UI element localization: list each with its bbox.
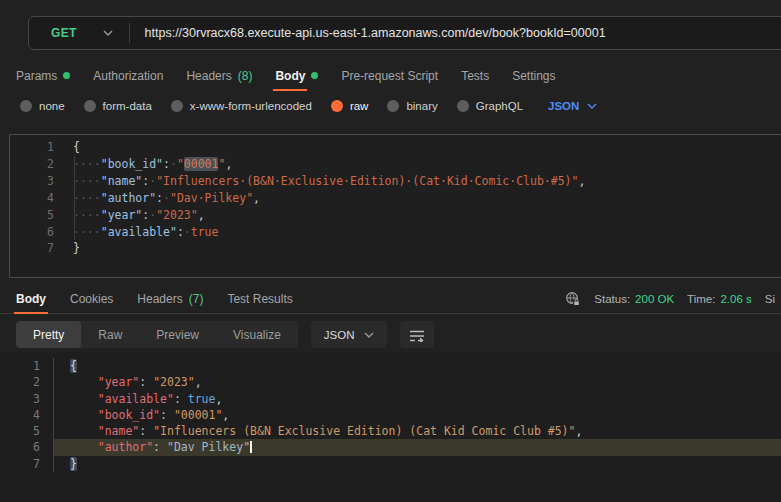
view-preview-button[interactable]: Preview	[139, 321, 216, 348]
code-line-content: "author": "Dav Pilkey"	[66, 439, 781, 455]
response-tabs: Body Cookies Headers (7) Test Results	[16, 292, 293, 306]
request-url-bar: GET https://30rvracx68.execute-api.us-ea…	[28, 16, 781, 50]
gutter-separator	[53, 407, 66, 423]
response-view-toolbar: Pretty Raw Preview Visualize JSON	[16, 321, 434, 348]
tab-headers[interactable]: Headers (8)	[186, 69, 252, 83]
line-number: 2	[0, 374, 40, 390]
raw-language-label: JSON	[548, 100, 579, 112]
code-line-content: "book_id": "00001",	[66, 407, 781, 423]
code-line: 4····"author":·"Dav·Pilkey",	[10, 190, 781, 207]
code-line-content: }	[66, 456, 781, 472]
response-tab-headers[interactable]: Headers (7)	[137, 292, 203, 306]
tab-settings-label: Settings	[512, 69, 555, 83]
gutter-separator	[53, 456, 66, 472]
request-tabs: Params Authorization Headers (8) Body Pr…	[16, 61, 556, 90]
code-line-content: ····"name":·"Influencers·(B&N·Exclusive·…	[54, 173, 781, 190]
line-number: 7	[10, 240, 54, 257]
tab-tests[interactable]: Tests	[461, 69, 489, 83]
line-number: 3	[0, 391, 40, 407]
response-tab-test-results[interactable]: Test Results	[227, 292, 292, 306]
code-line: 1{	[0, 358, 781, 374]
tab-settings[interactable]: Settings	[512, 69, 555, 83]
response-tab-cookies-label: Cookies	[70, 292, 113, 306]
line-number: 6	[10, 224, 54, 241]
code-line: 6 "author": "Dav Pilkey"	[0, 439, 781, 455]
request-body-editor[interactable]: 1{2····"book_id":·"00001",3····"name":·"…	[9, 134, 781, 278]
response-view-switcher: Pretty Raw Preview Visualize	[16, 321, 298, 348]
radio-selected-icon	[331, 100, 343, 112]
code-line-content: {	[66, 358, 781, 374]
radio-icon	[171, 100, 183, 112]
response-tab-body[interactable]: Body	[16, 292, 46, 306]
status-value: 200 OK	[635, 293, 674, 305]
gutter-separator	[53, 391, 66, 407]
code-line: 3 "available": true,	[0, 391, 781, 407]
tab-authorization[interactable]: Authorization	[93, 69, 163, 83]
tab-body-label: Body	[275, 69, 305, 83]
code-line: 4 "book_id": "00001",	[0, 407, 781, 423]
code-line-content: ····"book_id":·"00001",	[54, 156, 781, 173]
code-line: 5····"year":·"2023",	[10, 207, 781, 224]
radio-icon	[20, 100, 32, 112]
tab-body[interactable]: Body	[275, 69, 318, 83]
response-section-header: Body Cookies Headers (7) Test Results St…	[0, 284, 781, 314]
headers-count: (8)	[238, 69, 253, 83]
status-item: Status: 200 OK	[594, 293, 674, 305]
mode-label-none: none	[39, 100, 65, 112]
view-visualize-button[interactable]: Visualize	[216, 321, 298, 348]
globe-lock-icon[interactable]	[565, 291, 581, 307]
mode-label-binary: binary	[406, 100, 437, 112]
line-number: 3	[10, 173, 54, 190]
code-line-content: "name": "Influencers (B&N Exclusive Edit…	[66, 423, 781, 439]
chevron-down-icon	[103, 30, 113, 36]
app-root: { "colors": { "accent_orange": "#FF6C37"…	[0, 0, 781, 502]
line-number: 1	[10, 139, 54, 156]
chevron-down-icon	[364, 332, 374, 338]
code-line: 3····"name":·"Influencers·(B&N·Exclusive…	[10, 173, 781, 190]
code-line: 1{	[10, 139, 781, 156]
radio-icon	[387, 100, 399, 112]
tab-pre-request-script[interactable]: Pre-request Script	[341, 69, 438, 83]
line-number: 5	[0, 423, 40, 439]
response-body-viewer[interactable]: 1{2 "year": "2023",3 "available": true,4…	[0, 352, 781, 502]
raw-language-dropdown[interactable]: JSON	[548, 100, 597, 112]
tab-pre-request-script-label: Pre-request Script	[341, 69, 438, 83]
mode-radio-none[interactable]: none	[20, 100, 65, 112]
code-line-content: {	[54, 139, 781, 156]
view-raw-button[interactable]: Raw	[81, 321, 139, 348]
response-tab-body-label: Body	[16, 292, 46, 306]
mode-radio-raw[interactable]: raw	[331, 100, 369, 112]
tab-params[interactable]: Params	[16, 69, 70, 83]
code-line-content: "available": true,	[66, 391, 781, 407]
tab-headers-label: Headers	[186, 69, 231, 83]
url-input[interactable]: https://30rvracx68.execute-api.us-east-1…	[145, 26, 606, 40]
mode-radio-binary[interactable]: binary	[387, 100, 437, 112]
wrap-text-icon	[409, 328, 425, 342]
gutter-separator	[53, 374, 66, 390]
line-number: 7	[0, 456, 40, 472]
time-label: Time:	[687, 293, 715, 305]
body-green-dot	[311, 72, 318, 79]
view-pretty-button[interactable]: Pretty	[16, 321, 81, 348]
response-language-dropdown[interactable]: JSON	[311, 321, 387, 348]
gutter-separator	[53, 358, 66, 374]
code-line-content: ····"year":·"2023",	[54, 207, 781, 224]
chevron-down-icon	[587, 103, 597, 109]
params-green-dot	[63, 72, 70, 79]
mode-radio-form-data[interactable]: form-data	[84, 100, 152, 112]
tab-authorization-label: Authorization	[93, 69, 163, 83]
response-tab-headers-label: Headers	[137, 292, 182, 306]
divider	[129, 23, 130, 43]
mode-radio-x-www-form-urlencoded[interactable]: x-www-form-urlencoded	[171, 100, 312, 112]
tab-params-label: Params	[16, 69, 57, 83]
gutter-separator	[53, 423, 66, 439]
line-number: 5	[10, 207, 54, 224]
size-label-truncated: Si	[765, 293, 775, 305]
mode-label-form-data: form-data	[103, 100, 152, 112]
wrap-text-button[interactable]	[400, 321, 434, 348]
mode-radio-graphql[interactable]: GraphQL	[457, 100, 523, 112]
response-tab-cookies[interactable]: Cookies	[70, 292, 113, 306]
method-dropdown[interactable]: GET	[29, 17, 129, 49]
method-label: GET	[51, 26, 77, 40]
radio-icon	[457, 100, 469, 112]
